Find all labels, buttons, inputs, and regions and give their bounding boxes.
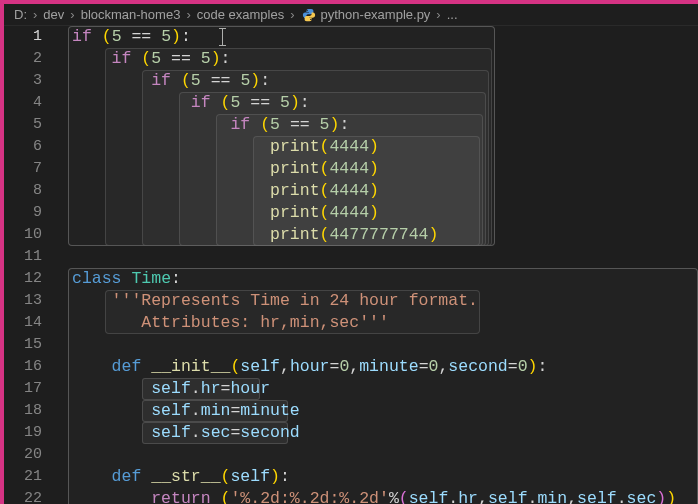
code-line[interactable]: print(4444): [72, 202, 379, 224]
code-line[interactable]: if (5 == 5):: [72, 48, 230, 70]
chevron-right-icon: ›: [436, 7, 440, 22]
breadcrumb: D: › dev › blockman-home3 › code example…: [4, 4, 698, 26]
code-editor[interactable]: 12345678910111213141516171819202122 if (…: [4, 26, 698, 504]
line-number: 14: [4, 312, 42, 334]
line-number-gutter: 12345678910111213141516171819202122: [4, 26, 60, 504]
code-line[interactable]: '''Represents Time in 24 hour format.: [72, 290, 478, 312]
code-line[interactable]: print(4444): [72, 136, 379, 158]
code-area[interactable]: if (5 == 5): if (5 == 5): if (5 == 5): i…: [60, 26, 698, 504]
line-number: 5: [4, 114, 42, 136]
line-number: 12: [4, 268, 42, 290]
code-line[interactable]: if (5 == 5):: [72, 70, 270, 92]
line-number: 8: [4, 180, 42, 202]
line-number: 13: [4, 290, 42, 312]
code-line[interactable]: if (5 == 5):: [72, 92, 310, 114]
line-number: 19: [4, 422, 42, 444]
code-line[interactable]: print(4444): [72, 158, 379, 180]
line-number: 3: [4, 70, 42, 92]
line-number: 4: [4, 92, 42, 114]
breadcrumb-item[interactable]: D:: [14, 7, 27, 22]
code-line[interactable]: self.min=minute: [72, 400, 300, 422]
breadcrumb-item[interactable]: code examples: [197, 7, 284, 22]
breadcrumb-symbol[interactable]: ...: [447, 7, 458, 22]
code-line[interactable]: return ('%.2d:%.2d:%.2d'%(self.hr,self.m…: [72, 488, 676, 504]
code-line[interactable]: def __init__(self,hour=0,minute=0,second…: [72, 356, 547, 378]
line-number: 9: [4, 202, 42, 224]
code-line[interactable]: self.hr=hour: [72, 378, 270, 400]
line-number: 22: [4, 488, 42, 504]
code-line[interactable]: print(4477777744): [72, 224, 438, 246]
chevron-right-icon: ›: [33, 7, 37, 22]
line-number: 6: [4, 136, 42, 158]
code-line[interactable]: Attributes: hr,min,sec''': [72, 312, 389, 334]
code-line[interactable]: self.sec=second: [72, 422, 300, 444]
line-number: 15: [4, 334, 42, 356]
breadcrumb-item[interactable]: blockman-home3: [81, 7, 181, 22]
line-number: 7: [4, 158, 42, 180]
breadcrumb-item[interactable]: dev: [43, 7, 64, 22]
chevron-right-icon: ›: [70, 7, 74, 22]
python-file-icon: [301, 7, 317, 23]
code-line[interactable]: if (5 == 5):: [72, 114, 349, 136]
line-number: 2: [4, 48, 42, 70]
line-number: 18: [4, 400, 42, 422]
breadcrumb-file[interactable]: python-example.py: [321, 7, 431, 22]
line-number: 20: [4, 444, 42, 466]
code-line[interactable]: def __str__(self):: [72, 466, 290, 488]
text-cursor: [222, 28, 223, 46]
code-line[interactable]: if (5 == 5):: [72, 26, 191, 48]
line-number: 10: [4, 224, 42, 246]
line-number: 1: [4, 26, 42, 48]
line-number: 17: [4, 378, 42, 400]
chevron-right-icon: ›: [186, 7, 190, 22]
line-number: 11: [4, 246, 42, 268]
line-number: 21: [4, 466, 42, 488]
code-line[interactable]: class Time:: [72, 268, 181, 290]
line-number: 16: [4, 356, 42, 378]
chevron-right-icon: ›: [290, 7, 294, 22]
code-line[interactable]: print(4444): [72, 180, 379, 202]
